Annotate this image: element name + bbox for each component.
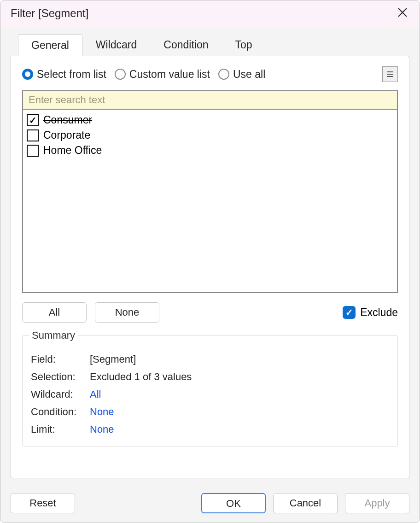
selection-buttons-row: All None Exclude	[22, 302, 398, 323]
summary-label: Selection:	[31, 371, 82, 383]
value-list: Consumer Corporate Home Office	[22, 90, 398, 293]
summary-link-limit[interactable]: None	[90, 423, 114, 435]
list-item-label: Home Office	[43, 144, 102, 157]
radio-label: Select from list	[37, 68, 106, 81]
radio-select-from-list[interactable]: Select from list	[22, 68, 106, 81]
checkbox-icon	[27, 114, 39, 126]
summary-label: Limit:	[31, 423, 82, 435]
radio-icon	[115, 69, 126, 80]
search-area	[23, 91, 397, 110]
tab-general[interactable]: General	[18, 34, 82, 57]
list-item[interactable]: Home Office	[27, 143, 393, 158]
tab-condition[interactable]: Condition	[150, 34, 222, 56]
dialog-body: General Wildcard Condition Top Select fr…	[0, 28, 420, 487]
summary-link-wildcard[interactable]: All	[90, 388, 101, 400]
ok-button[interactable]: OK	[201, 493, 266, 513]
all-button[interactable]: All	[22, 302, 87, 323]
exclude-label: Exclude	[360, 306, 398, 319]
filter-dialog: Filter [Segment] General Wildcard Condit…	[0, 0, 420, 523]
radio-label: Custom value list	[129, 68, 210, 81]
radio-icon	[218, 69, 229, 80]
checkbox-checked-icon	[343, 306, 356, 319]
checkbox-icon	[27, 145, 39, 157]
list-options-button[interactable]	[382, 66, 398, 82]
summary-table: Field: [Segment] Selection: Excluded 1 o…	[31, 351, 389, 438]
summary-row-condition: Condition: None	[31, 403, 389, 421]
tab-strip: General Wildcard Condition Top	[18, 34, 409, 56]
radio-icon	[22, 69, 33, 80]
apply-button: Apply	[345, 493, 409, 513]
summary-value: [Segment]	[90, 353, 136, 365]
reset-button[interactable]: Reset	[11, 493, 75, 513]
summary-row-field: Field: [Segment]	[31, 351, 389, 368]
list-item-label: Corporate	[43, 129, 90, 141]
exclude-checkbox[interactable]: Exclude	[343, 306, 398, 319]
summary-row-limit: Limit: None	[31, 421, 389, 438]
summary-title: Summary	[29, 329, 78, 341]
summary-label: Condition:	[31, 406, 82, 418]
search-input[interactable]	[29, 94, 391, 106]
titlebar: Filter [Segment]	[0, 0, 420, 28]
list-item[interactable]: Consumer	[27, 112, 393, 128]
tab-panel-general: Select from list Custom value list Use a…	[11, 56, 409, 478]
radio-custom-value-list[interactable]: Custom value list	[115, 68, 210, 81]
summary-label: Field:	[31, 353, 82, 365]
none-button[interactable]: None	[95, 302, 159, 323]
value-list-items: Consumer Corporate Home Office	[23, 110, 397, 292]
tab-top[interactable]: Top	[222, 34, 265, 56]
radio-label: Use all	[233, 68, 265, 81]
list-item[interactable]: Corporate	[27, 128, 393, 143]
dialog-footer: Reset OK Cancel Apply	[0, 487, 420, 523]
tab-wildcard[interactable]: Wildcard	[82, 34, 150, 56]
summary-label: Wildcard:	[31, 388, 82, 400]
dialog-title: Filter [Segment]	[11, 7, 88, 20]
summary-row-wildcard: Wildcard: All	[31, 386, 389, 403]
summary-panel: Summary Field: [Segment] Selection: Excl…	[22, 335, 398, 447]
list-item-label: Consumer	[43, 114, 92, 126]
summary-link-condition[interactable]: None	[90, 406, 114, 418]
summary-row-selection: Selection: Excluded 1 of 3 values	[31, 368, 389, 386]
cancel-button[interactable]: Cancel	[273, 493, 338, 513]
summary-value: Excluded 1 of 3 values	[90, 371, 192, 383]
checkbox-icon	[27, 129, 39, 141]
selection-mode-row: Select from list Custom value list Use a…	[22, 66, 398, 82]
radio-use-all[interactable]: Use all	[218, 68, 265, 81]
close-icon[interactable]	[396, 5, 409, 22]
menu-icon	[387, 71, 393, 77]
